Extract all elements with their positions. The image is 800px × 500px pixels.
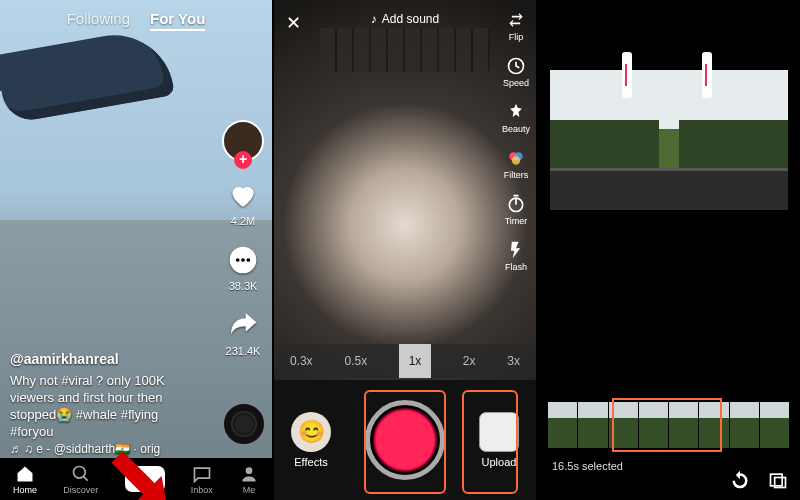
share-icon xyxy=(226,308,260,342)
svg-point-2 xyxy=(241,258,245,262)
music-note-icon: ♪ xyxy=(371,12,377,26)
svg-point-1 xyxy=(236,258,240,262)
duration-label: 16.5s selected xyxy=(552,460,623,472)
aspect-button[interactable] xyxy=(768,470,788,494)
zoom-selector[interactable]: 0.3x 0.5x 1x 2x 3x xyxy=(274,344,536,378)
nav-home[interactable]: Home xyxy=(13,464,37,495)
svg-point-9 xyxy=(512,156,520,164)
beauty-button[interactable]: Beauty xyxy=(502,102,530,134)
tab-foryou[interactable]: For You xyxy=(150,10,205,31)
filters-button[interactable]: Filters xyxy=(504,148,529,180)
nav-discover[interactable]: Discover xyxy=(63,464,98,495)
share-button[interactable]: 231.4K xyxy=(226,308,261,357)
flip-button[interactable]: Flip xyxy=(506,10,526,42)
zoom-3x[interactable]: 3x xyxy=(507,354,520,368)
highlight-upload xyxy=(462,390,518,494)
rotate-button[interactable] xyxy=(730,470,750,494)
nav-me[interactable]: Me xyxy=(239,464,259,495)
like-count: 4.2M xyxy=(231,215,255,227)
feed-screen: Following For You 4.2M 38.3K 231.4K @aam… xyxy=(0,0,272,500)
like-button[interactable]: 4.2M xyxy=(226,178,260,227)
highlight-selection xyxy=(612,398,722,452)
author-avatar[interactable] xyxy=(222,120,264,162)
timer-button[interactable]: Timer xyxy=(505,194,528,226)
trim-handle-left[interactable] xyxy=(622,52,632,98)
comment-button[interactable]: 38.3K xyxy=(226,243,260,292)
video-preview xyxy=(550,70,788,210)
svg-point-3 xyxy=(246,258,250,262)
tab-following[interactable]: Following xyxy=(67,10,130,31)
whale-graphic xyxy=(0,26,175,124)
music-note-icon: ♬ xyxy=(10,442,19,456)
share-count: 231.4K xyxy=(226,345,261,357)
zoom-0.3x[interactable]: 0.3x xyxy=(290,354,313,368)
effects-button[interactable]: 😊 Effects xyxy=(291,412,331,468)
nav-inbox[interactable]: Inbox xyxy=(191,464,213,495)
trim-handle-right[interactable] xyxy=(702,52,712,98)
effects-icon: 😊 xyxy=(291,412,331,452)
author-handle[interactable]: @aamirkhanreal xyxy=(10,351,202,368)
camera-screen: ✕ ♪ Add sound Flip Speed Beauty Filters … xyxy=(274,0,536,500)
zoom-2x[interactable]: 2x xyxy=(463,354,476,368)
svg-point-5 xyxy=(246,467,253,474)
speed-button[interactable]: Speed xyxy=(503,56,529,88)
svg-rect-11 xyxy=(771,474,783,486)
zoom-1x[interactable]: 1x xyxy=(399,344,431,378)
flash-button[interactable]: Flash xyxy=(505,240,527,272)
sound-label: ♫ e - @siddharth🇮🇳 · orig xyxy=(24,442,160,456)
add-sound-button[interactable]: ♪ Add sound xyxy=(371,12,439,26)
sound-row[interactable]: ♬ ♫ e - @siddharth🇮🇳 · orig xyxy=(10,442,160,456)
close-button[interactable]: ✕ xyxy=(286,12,301,34)
video-caption: Why not #viral ? only 100K viewers and f… xyxy=(10,372,202,440)
svg-point-4 xyxy=(73,466,85,478)
sound-disc[interactable] xyxy=(224,404,264,444)
zoom-0.5x[interactable]: 0.5x xyxy=(344,354,367,368)
comment-count: 38.3K xyxy=(229,280,258,292)
trim-screen: 16.5s selected xyxy=(538,0,800,500)
highlight-record xyxy=(364,390,446,494)
heart-icon xyxy=(226,178,260,212)
comment-icon xyxy=(226,243,260,277)
